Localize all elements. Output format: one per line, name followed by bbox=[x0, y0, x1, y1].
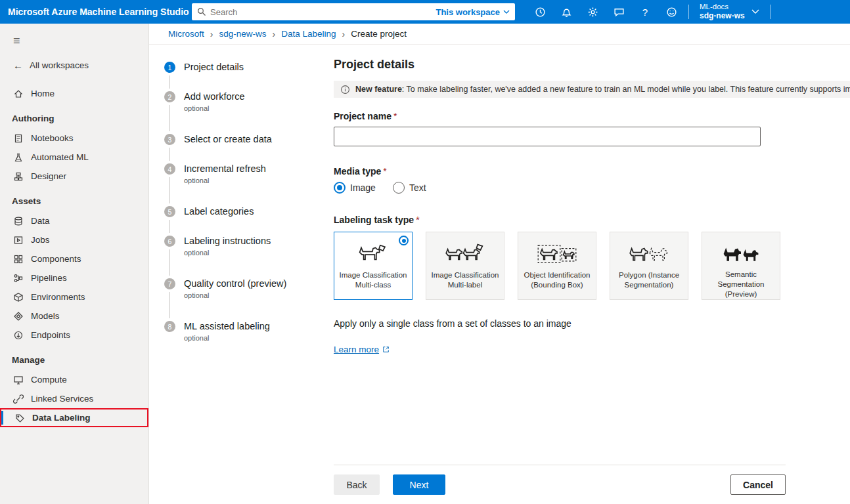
wizard-step-project-details[interactable]: 1 Project details bbox=[164, 62, 316, 91]
help-icon[interactable]: ? bbox=[632, 0, 658, 24]
new-feature-banner: New feature: To make labeling faster, we… bbox=[334, 81, 850, 98]
designer-icon bbox=[13, 171, 24, 182]
sidebar-item-pipelines[interactable]: Pipelines bbox=[0, 268, 148, 287]
gear-icon[interactable] bbox=[579, 0, 606, 24]
environments-icon bbox=[13, 292, 24, 303]
step-label: Add workforce bbox=[184, 91, 245, 102]
all-workspaces-link[interactable]: ← All workspaces bbox=[0, 54, 148, 76]
breadcrumb-data-labeling[interactable]: Data Labeling bbox=[281, 29, 336, 39]
sidebar-item-data[interactable]: Data bbox=[0, 211, 148, 230]
sidebar-item-label: Endpoints bbox=[31, 330, 70, 340]
sidebar-item-label: Data bbox=[31, 216, 50, 226]
sidebar-header-assets: Assets bbox=[0, 186, 148, 211]
wizard-step-labeling-instructions[interactable]: 6 Labeling instructionsoptional bbox=[164, 236, 316, 278]
task-card-label: Image Classification Multi-class bbox=[334, 268, 412, 290]
banner-bold-text: New feature bbox=[355, 85, 402, 94]
breadcrumb-separator: › bbox=[342, 29, 345, 39]
topbar-separator bbox=[770, 5, 771, 19]
learn-more-label: Learn more bbox=[334, 345, 379, 354]
page-title: Project details bbox=[334, 58, 850, 72]
media-type-text-radio[interactable]: Text bbox=[393, 182, 426, 194]
chevron-down-icon bbox=[503, 10, 510, 14]
project-name-input[interactable] bbox=[334, 127, 761, 146]
sidebar-item-linked-services[interactable]: Linked Services bbox=[0, 389, 148, 408]
step-number: 3 bbox=[164, 134, 175, 145]
bell-icon[interactable] bbox=[553, 0, 579, 24]
models-icon bbox=[13, 311, 24, 322]
breadcrumb-separator: › bbox=[210, 29, 213, 39]
wizard-step-add-workforce[interactable]: 2 Add workforceoptional bbox=[164, 91, 316, 134]
task-card-object-identification[interactable]: Object Identification (Bounding Box) bbox=[518, 232, 596, 300]
task-card-image-classification-multi-class[interactable]: Image Classification Multi-class bbox=[334, 232, 413, 300]
search-input[interactable] bbox=[210, 7, 432, 17]
database-icon bbox=[13, 216, 24, 226]
two-dogs-with-tag-icon bbox=[444, 240, 486, 268]
breadcrumb-workspace[interactable]: sdg-new-ws bbox=[219, 29, 266, 39]
search-box[interactable]: This workspace bbox=[192, 3, 515, 20]
all-workspaces-label: All workspaces bbox=[30, 60, 89, 70]
link-icon bbox=[13, 394, 24, 404]
sidebar-item-home[interactable]: Home bbox=[0, 84, 148, 103]
sidebar-item-notebooks[interactable]: Notebooks bbox=[0, 129, 148, 148]
sidebar-item-compute[interactable]: Compute bbox=[0, 370, 148, 389]
wizard-step-select-or-create-data[interactable]: 3 Select or create data bbox=[164, 134, 316, 163]
radio-selected-icon bbox=[399, 236, 409, 245]
search-scope-label: This workspace bbox=[436, 7, 500, 17]
task-card-label: Semantic Segmentation (Preview) bbox=[702, 267, 780, 299]
chevron-down-icon bbox=[751, 9, 759, 14]
filled-dogs-icon bbox=[721, 240, 761, 267]
feedback-icon[interactable] bbox=[606, 0, 632, 24]
wizard-step-quality-control[interactable]: 7 Quality control (preview)optional bbox=[164, 278, 316, 321]
wizard-steps-panel: 1 Project details 2 Add workforceoptiona… bbox=[149, 45, 316, 504]
project-details-form: Project details New feature: To make lab… bbox=[316, 45, 850, 504]
search-scope-dropdown[interactable]: This workspace bbox=[436, 7, 510, 17]
learn-more-link[interactable]: Learn more bbox=[334, 345, 850, 354]
task-card-label: Image Classification Multi-label bbox=[426, 268, 504, 290]
endpoints-icon bbox=[13, 330, 24, 341]
dog-in-bounding-box-icon bbox=[536, 240, 578, 268]
dog-with-tag-icon bbox=[355, 240, 391, 268]
sidebar-item-data-labeling[interactable]: Data Labeling bbox=[0, 408, 148, 427]
sidebar-item-environments[interactable]: Environments bbox=[0, 287, 148, 306]
task-card-label: Polygon (Instance Segmentation) bbox=[610, 268, 688, 290]
media-type-label: Media type* bbox=[334, 166, 850, 177]
media-type-image-radio[interactable]: Image bbox=[334, 182, 376, 194]
jobs-icon bbox=[13, 235, 24, 245]
wizard-step-incremental-refresh[interactable]: 4 Incremental refreshoptional bbox=[164, 163, 316, 206]
workspace-selector[interactable]: ML-docs sdg-new-ws bbox=[693, 3, 766, 20]
task-card-polygon-instance-segmentation[interactable]: Polygon (Instance Segmentation) bbox=[610, 232, 688, 300]
notebook-icon bbox=[13, 133, 24, 144]
wizard-step-label-categories[interactable]: 5 Label categories bbox=[164, 206, 316, 236]
breadcrumb-microsoft[interactable]: Microsoft bbox=[168, 29, 204, 39]
automated-ml-icon bbox=[13, 152, 24, 163]
topbar-separator bbox=[688, 5, 689, 19]
sidebar-item-endpoints[interactable]: Endpoints bbox=[0, 326, 148, 345]
next-button[interactable]: Next bbox=[393, 474, 445, 495]
components-icon bbox=[13, 254, 24, 264]
hamburger-menu-icon[interactable]: ≡ bbox=[0, 30, 148, 54]
cancel-button[interactable]: Cancel bbox=[730, 474, 786, 495]
radio-icon bbox=[393, 182, 405, 194]
task-card-semantic-segmentation[interactable]: Semantic Segmentation (Preview) bbox=[702, 232, 780, 300]
smiley-icon[interactable] bbox=[658, 0, 684, 24]
sidebar-item-designer[interactable]: Designer bbox=[0, 167, 148, 186]
clock-icon[interactable] bbox=[527, 0, 553, 24]
sidebar-header-manage: Manage bbox=[0, 345, 148, 370]
sidebar-item-components[interactable]: Components bbox=[0, 249, 148, 268]
back-button[interactable]: Back bbox=[334, 474, 380, 495]
sidebar-item-automated-ml[interactable]: Automated ML bbox=[0, 148, 148, 167]
dogs-polygon-outline-icon bbox=[628, 240, 670, 268]
breadcrumb-current: Create project bbox=[351, 29, 407, 39]
required-marker: * bbox=[416, 215, 419, 225]
step-label: Incremental refresh bbox=[184, 163, 266, 175]
wizard-step-ml-assisted-labeling[interactable]: 8 ML assisted labelingoptional bbox=[164, 321, 316, 364]
task-card-image-classification-multi-label[interactable]: Image Classification Multi-label bbox=[426, 232, 504, 300]
workspace-name: sdg-new-ws bbox=[700, 12, 745, 21]
step-optional-label: optional bbox=[184, 249, 271, 257]
banner-text: : To make labeling faster, we've added a… bbox=[402, 85, 850, 94]
sidebar-item-jobs[interactable]: Jobs bbox=[0, 230, 148, 249]
required-marker: * bbox=[393, 111, 397, 121]
info-icon bbox=[340, 85, 350, 94]
sidebar-item-models[interactable]: Models bbox=[0, 306, 148, 326]
step-label: Labeling instructions bbox=[184, 236, 271, 247]
